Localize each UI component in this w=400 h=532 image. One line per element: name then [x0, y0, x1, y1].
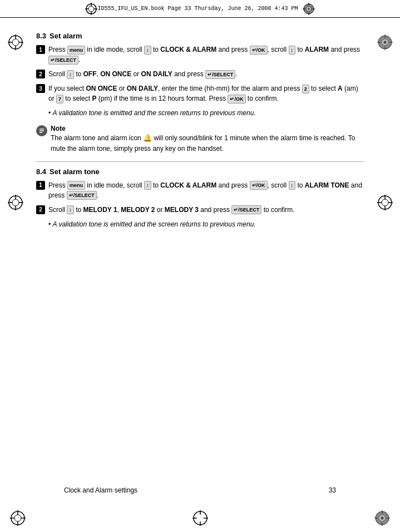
svg-point-8 — [308, 8, 310, 10]
menu-btn[interactable]: menu — [67, 46, 85, 55]
step-83-3-text: If you select ON ONCE or ON DAILY, enter… — [48, 83, 364, 104]
num2-btn[interactable]: 2 — [302, 85, 309, 93]
ok-btn-1[interactable]: ↵/OK — [250, 46, 268, 55]
ok-btn-84-1[interactable]: ↵/OK — [250, 181, 268, 190]
step-84-2-bullet: A validation tone is emitted and the scr… — [48, 219, 364, 229]
section-83-steps: 1 Press menu in idle mode, scroll ↕ to C… — [36, 45, 364, 118]
step-83-3-num: 3 — [36, 84, 45, 93]
corner-crosshair-br — [374, 510, 390, 526]
right-margin — [369, 23, 400, 499]
svg-point-20 — [12, 199, 19, 206]
margin-circle-tr — [377, 35, 393, 50]
note-title: Note — [51, 125, 364, 132]
bottom-center-crosshair — [192, 510, 208, 526]
note-content: Note The alarm tone and alarm icon 🔔 wil… — [51, 125, 364, 154]
svg-point-37 — [382, 199, 388, 206]
footer-left: Clock and Alarm settings — [64, 486, 137, 494]
num7-btn[interactable]: 7 — [56, 95, 63, 104]
step-83-3: 3 If you select ON ONCE or ON DAILY, ent… — [36, 83, 364, 104]
menu-btn-84[interactable]: menu — [67, 181, 85, 190]
svg-point-14 — [12, 39, 19, 46]
select-btn-84-2[interactable]: ↵/SELECT — [231, 205, 261, 214]
step-83-2: 2 Scroll ↕ to OFF, ON ONCE or ON DAILY a… — [36, 69, 364, 79]
note-icon — [36, 125, 47, 136]
note-text: The alarm tone and alarm icon 🔔 will onl… — [51, 132, 364, 154]
step-84-1-text: Press menu in idle mode, scroll ↕ to CLO… — [48, 180, 364, 200]
scroll-btn-1[interactable]: ↕ — [144, 46, 151, 55]
section-84-header: 8.4 Set alarm tone — [36, 168, 364, 176]
page: ID555_IFU_US_EN.book Page 33 Thursday, J… — [0, 0, 400, 532]
step-84-2: 2 Scroll ↕ to MELODY 1, MELODY 2 or MELO… — [36, 205, 364, 215]
select-btn-1[interactable]: ↵/SELECT — [48, 56, 78, 65]
footer-right: 33 — [329, 486, 336, 494]
header-bar: ID555_IFU_US_EN.book Page 33 Thursday, J… — [0, 0, 400, 18]
margin-crosshair-tl — [8, 35, 23, 50]
section-84-steps: 1 Press menu in idle mode, scroll ↕ to C… — [36, 180, 364, 229]
section-divider — [36, 161, 364, 162]
scroll-btn-84-1[interactable]: ↕ — [144, 181, 151, 190]
left-margin — [0, 23, 31, 499]
section-84-number: 8.4 — [36, 168, 46, 176]
main-content: 8.3 Set alarm 1 Press menu in idle mode,… — [0, 18, 400, 504]
section-84-title: Set alarm tone — [50, 168, 100, 176]
scroll-btn-84-2[interactable]: ↕ — [289, 181, 296, 190]
alarm-icon-inline: 🔔 — [143, 134, 152, 142]
header-book-info: ID555_IFU_US_EN.book Page 33 Thursday, J… — [97, 6, 298, 12]
step-83-3-bullet: A validation tone is emitted and the scr… — [48, 108, 364, 118]
margin-crosshair-ml — [8, 195, 23, 210]
ok-btn-2[interactable]: ↵/OK — [228, 95, 245, 104]
note-svg-icon — [36, 125, 47, 136]
header-crosshair-right — [303, 3, 315, 15]
bottom-decorations — [0, 504, 400, 532]
step-83-1: 1 Press menu in idle mode, scroll ↕ to C… — [36, 45, 364, 65]
scroll-btn-2[interactable]: ↕ — [289, 46, 296, 55]
svg-point-31 — [383, 41, 386, 44]
content-body: 8.3 Set alarm 1 Press menu in idle mode,… — [31, 23, 369, 482]
step-84-1: 1 Press menu in idle mode, scroll ↕ to C… — [36, 180, 364, 200]
step-83-2-num: 2 — [36, 70, 45, 78]
section-83-number: 8.3 — [36, 32, 46, 40]
svg-point-1 — [88, 6, 94, 12]
scroll-btn-84-3[interactable]: ↕ — [67, 205, 74, 214]
corner-crosshair-bl — [10, 510, 26, 526]
section-83-title: Set alarm — [50, 32, 82, 40]
step-84-2-text: Scroll ↕ to MELODY 1, MELODY 2 or MELODY… — [48, 205, 364, 215]
footer: Clock and Alarm settings 33 — [31, 482, 369, 499]
step-84-2-num: 2 — [36, 205, 45, 214]
step-83-1-num: 1 — [36, 45, 45, 54]
step-83-1-text: Press menu in idle mode, scroll ↕ to CLO… — [48, 45, 364, 65]
svg-point-43 — [14, 515, 21, 521]
step-83-2-text: Scroll ↕ to OFF, ON ONCE or ON DAILY and… — [48, 69, 364, 79]
select-btn-2[interactable]: ↵/SELECT — [205, 70, 235, 79]
content-wrapper: 8.3 Set alarm 1 Press menu in idle mode,… — [31, 23, 369, 499]
section-83-header: 8.3 Set alarm — [36, 32, 364, 40]
select-btn-84-1[interactable]: ↵/SELECT — [67, 191, 97, 200]
margin-crosshair-mr — [377, 195, 393, 210]
scroll-btn-3[interactable]: ↕ — [67, 70, 74, 79]
header-crosshair-left — [85, 3, 97, 15]
svg-point-55 — [381, 517, 384, 520]
note-83: Note The alarm tone and alarm icon 🔔 wil… — [36, 125, 364, 154]
step-84-1-num: 1 — [36, 181, 45, 190]
